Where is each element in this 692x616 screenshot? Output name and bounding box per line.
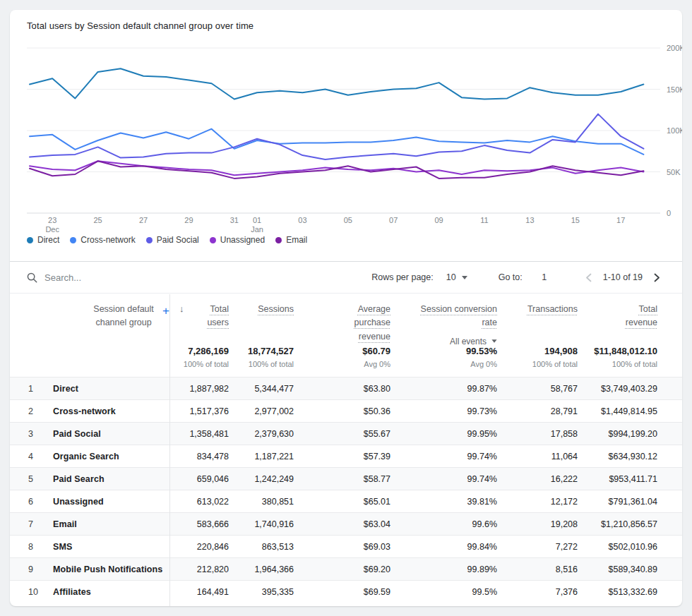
- table-row: 1 Direct 1,887,9825,344,477$63.8099.87%5…: [10, 377, 682, 399]
- metric-cell: 2,379,630: [229, 429, 294, 439]
- dimension-header-label[interactable]: Session default channel group: [89, 303, 158, 330]
- metric-cell: 380,851: [229, 497, 294, 507]
- column-header-average-purchase-revenue[interactable]: Average purchase revenue: [294, 303, 390, 346]
- metric-cell: 99.95%: [390, 429, 497, 439]
- sort-descending-icon: ↓: [179, 303, 184, 314]
- metric-cell: $58.77: [294, 474, 390, 484]
- column-header-label[interactable]: Total users: [196, 303, 229, 330]
- legend-item-cross-network[interactable]: Cross-network: [70, 235, 135, 245]
- chevron-down-icon: [462, 276, 467, 279]
- column-header-label[interactable]: Sessions: [258, 303, 294, 316]
- metric-cell: $65.01: [294, 497, 390, 507]
- row-number: 8: [28, 542, 53, 552]
- metric-cell: 39.81%: [390, 497, 497, 507]
- column-header-label[interactable]: Transactions: [527, 303, 578, 316]
- channel-name: Paid Search: [53, 474, 169, 484]
- legend-item-unassigned[interactable]: Unassigned: [210, 235, 265, 245]
- line-chart[interactable]: 050K100K150K200K23Dec2527293101Jan030507…: [10, 10, 682, 250]
- column-divider: [169, 294, 170, 606]
- metric-cell: $589,340.89: [578, 564, 657, 574]
- table-row: 4 Organic Search 834,4781,187,221$57.399…: [10, 445, 682, 467]
- svg-text:07: 07: [389, 216, 398, 224]
- svg-text:11: 11: [480, 216, 488, 224]
- search-box[interactable]: [27, 272, 371, 283]
- metric-cell: $502,010.96: [578, 542, 657, 552]
- metric-cell: 58,767: [497, 384, 578, 394]
- events-filter-dropdown[interactable]: All events: [450, 337, 497, 346]
- column-header-session-conversion-rate[interactable]: Session conversion rateAll events: [390, 303, 497, 346]
- metric-total-subtext: 100% of total: [497, 360, 578, 368]
- metric-cell: $3,749,403.29: [578, 384, 657, 394]
- previous-page-button[interactable]: [582, 270, 596, 284]
- next-page-button[interactable]: [650, 270, 664, 284]
- metric-cell: $63.04: [294, 519, 390, 529]
- metric-cell: $994,199.20: [578, 429, 657, 439]
- svg-text:09: 09: [434, 216, 443, 224]
- metric-cell: $1,449,814.95: [578, 406, 657, 416]
- legend-item-direct[interactable]: Direct: [27, 235, 59, 245]
- search-input[interactable]: [44, 272, 200, 283]
- add-dimension-plus-icon[interactable]: +: [162, 303, 169, 320]
- table-row: 6 Unassigned 613,022380,851$65.0139.81%1…: [10, 490, 682, 512]
- channel-name: SMS: [53, 542, 169, 552]
- legend-dot-icon: [275, 237, 282, 243]
- metric-cell: $69.20: [294, 564, 390, 574]
- table-body: 1 Direct 1,887,9825,344,477$63.8099.87%5…: [10, 377, 682, 603]
- metric-cell: $55.67: [294, 429, 390, 439]
- data-table: Rows per page: 10 Go to: 1-10 of 19 Se: [10, 261, 682, 606]
- table-row: 2 Cross-network 1,517,3762,977,002$50.36…: [10, 399, 682, 422]
- totals-cell: 99.53% Avg 0%: [390, 346, 497, 377]
- row-number: 10: [28, 587, 53, 597]
- channel-name: Email: [53, 519, 169, 529]
- channel-name: Mobile Push Notifications: [53, 564, 169, 574]
- rows-per-page-dropdown[interactable]: 10: [446, 272, 467, 282]
- legend-dot-icon: [27, 237, 33, 243]
- metric-cell: 1,358,481: [169, 429, 229, 439]
- totals-cell: 18,774,527 100% of total: [229, 346, 294, 377]
- column-header-label[interactable]: Session conversion rate: [411, 303, 497, 330]
- metric-cell: 99.74%: [390, 474, 497, 484]
- svg-text:25: 25: [93, 216, 102, 224]
- table-row: 5 Paid Search 659,0461,242,249$58.7799.7…: [10, 467, 682, 490]
- chevron-down-icon: [491, 340, 496, 344]
- svg-text:03: 03: [298, 216, 306, 224]
- svg-text:27: 27: [139, 216, 148, 224]
- totals-cell: $60.79 Avg 0%: [294, 346, 390, 377]
- legend-dot-icon: [210, 237, 216, 243]
- metric-cell: 1,887,982: [169, 384, 229, 394]
- metric-total-subtext: Avg 0%: [390, 360, 497, 368]
- column-header-sessions[interactable]: Sessions: [229, 303, 294, 346]
- column-header-transactions[interactable]: Transactions: [497, 303, 578, 346]
- rows-per-page-value: 10: [446, 272, 456, 282]
- metric-cell: 1,187,221: [229, 452, 294, 461]
- metric-cell: $513,332.69: [578, 587, 657, 597]
- go-to-page-input[interactable]: [535, 272, 554, 282]
- svg-text:Dec: Dec: [45, 225, 59, 234]
- pagination-controls: Rows per page: 10 Go to: 1-10 of 19: [371, 270, 664, 284]
- metric-cell: $63.80: [294, 384, 390, 394]
- legend-item-email[interactable]: Email: [275, 235, 307, 245]
- table-toolbar: Rows per page: 10 Go to: 1-10 of 19: [10, 261, 682, 294]
- metric-cell: 7,272: [497, 542, 578, 552]
- metric-cell: 99.6%: [390, 519, 497, 529]
- column-header-total-users[interactable]: ↓Total users: [169, 303, 229, 346]
- column-header-channel-group[interactable]: Session default channel group +: [53, 303, 169, 346]
- svg-text:100K: 100K: [667, 126, 682, 135]
- legend-item-paid-social[interactable]: Paid Social: [146, 235, 199, 245]
- column-header-total-revenue[interactable]: Total revenue: [578, 303, 657, 346]
- page-range-text: 1-10 of 19: [603, 272, 643, 282]
- column-header-label[interactable]: Average purchase revenue: [334, 303, 390, 344]
- search-icon: [27, 272, 37, 283]
- svg-text:15: 15: [571, 216, 580, 224]
- go-to-label: Go to:: [499, 272, 523, 282]
- svg-text:13: 13: [525, 216, 534, 224]
- row-number: 4: [28, 452, 53, 461]
- table-row: 7 Email 583,6661,740,916$63.0499.6%19,20…: [10, 512, 682, 535]
- metric-cell: 164,491: [169, 587, 229, 597]
- table-row: 9 Mobile Push Notifications 212,8201,964…: [10, 557, 682, 580]
- metric-total: 18,774,527: [229, 346, 294, 356]
- legend-dot-icon: [70, 237, 76, 243]
- totals-cell: 194,908 100% of total: [497, 346, 578, 377]
- column-header-label[interactable]: Total revenue: [614, 303, 657, 330]
- metric-cell: $50.36: [294, 406, 390, 416]
